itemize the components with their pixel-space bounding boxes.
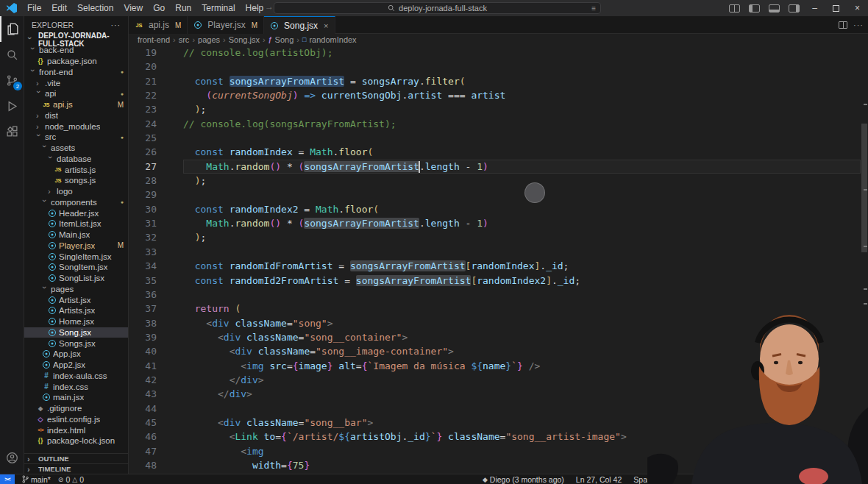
file-song-jsx[interactable]: Song.jsx [24,327,128,338]
tab-song-jsx[interactable]: Song.jsx× [264,16,335,34]
problems-item[interactable]: ⊘ 0 △ 0 [58,475,84,484]
code-line-38[interactable]: 38 <div className="song"> [129,316,861,330]
toggle-secondary-sidebar-icon[interactable] [789,4,800,13]
folder-node-modules[interactable]: ›node_modules [24,121,128,132]
folder-dist[interactable]: ›dist [24,110,128,121]
file-singleitem-jsx[interactable]: SingleItem.jsx [24,251,128,262]
folder-back-end[interactable]: ›back-end [24,45,128,56]
file-artists-js[interactable]: JSartists.js [24,164,128,175]
remote-indicator[interactable]: >< [0,474,15,484]
breadcrumb-src[interactable]: src [179,35,190,44]
file-eslint-config-js[interactable]: ◇eslint.config.js [24,414,128,425]
code-line-19[interactable]: 19// console.log(artistObj); [129,46,861,60]
code-line-33[interactable]: 33 [129,245,861,259]
folder-database[interactable]: ›database [24,154,128,165]
folder-api[interactable]: ›api● [24,88,128,99]
activitybar-account[interactable] [0,445,24,471]
split-editor-icon[interactable] [839,21,847,29]
code-line-41[interactable]: 41 <img src={image} alt={`Imagem da músi… [129,359,861,373]
back-arrow-icon[interactable]: ← [252,1,260,12]
tab-player-jsx[interactable]: Player.jsxM [188,16,264,34]
breadcrumb-song[interactable]: Song [275,35,294,44]
toggle-sidebar-icon[interactable] [749,4,760,13]
folder-pages[interactable]: ›pages [24,284,128,295]
forward-arrow-icon[interactable]: → [265,1,274,12]
code-line-44[interactable]: 44 [129,402,861,416]
menu-terminal[interactable]: Terminal [196,1,240,15]
code-line-31[interactable]: 31 Math.random() * (songsArrayFromArtist… [129,216,861,230]
file-package-json[interactable]: {}package.json [24,56,128,67]
code-line-30[interactable]: 30 const randomIndex2 = Math.floor( [129,202,861,216]
file-songs-js[interactable]: JSsongs.js [24,175,128,186]
code-line-48[interactable]: 48 width={75} [129,458,861,472]
indentation-item[interactable]: Spaces: 2 [633,475,668,484]
file-main-jsx[interactable]: Main.jsx [24,229,128,241]
folder-assets[interactable]: ›assets [24,143,128,154]
file-index-css[interactable]: #index.css [24,381,128,392]
code-line-21[interactable]: 21 const songsArrayFromArtist = songsArr… [129,74,861,88]
activitybar-extensions[interactable] [0,119,24,145]
menu-view[interactable]: View [118,1,148,15]
menu-go[interactable]: Go [148,1,170,15]
timeline-section[interactable]: ›TIMELINE [24,463,128,474]
file-songlist-jsx[interactable]: SongList.jsx [24,273,128,284]
file-songitem-jsx[interactable]: SongItem.jsx [24,262,128,273]
code-editor[interactable]: 19// console.log(artistObj);2021 const s… [129,46,861,474]
scrollbar-thumb[interactable] [861,124,867,252]
code-line-23[interactable]: 23 ); [129,102,861,116]
code-line-42[interactable]: 42 </div> [129,373,861,387]
workspace-section-header[interactable]: › DEPLOY-JORNADA-FULL-STACK [24,34,128,45]
breadcrumb-pages[interactable]: pages [198,35,220,44]
file-index-html[interactable]: <>index.html [24,424,128,435]
editor-scrollbar[interactable] [861,46,868,474]
code-line-27[interactable]: 27 Math.random() * (songsArrayFromArtist… [129,160,861,174]
folder-vite[interactable]: ›.vite [24,77,128,88]
tab-api-js[interactable]: JSapi.jsM [129,16,188,34]
maximize-button[interactable] [825,0,847,16]
code-line-22[interactable]: 22 (currentSongObj) => currentSongObj.ar… [129,88,861,102]
code-line-20[interactable]: 20 [129,60,861,74]
code-line-34[interactable]: 34 const randomIdFromArtist = songsArray… [129,259,861,273]
code-line-32[interactable]: 32 ); [129,230,861,244]
file-index-aula-css[interactable]: #index-aula.css [24,371,128,382]
code-line-39[interactable]: 39 <div className="song__container"> [129,330,861,344]
file-gitignore[interactable]: ◆.gitignore [24,403,128,414]
file-app-jsx[interactable]: App.jsx [24,349,128,360]
toggle-panel-icon[interactable] [769,4,780,13]
folder-src[interactable]: ›src● [24,132,128,143]
file-app2-jsx[interactable]: App2.jsx [24,360,128,371]
split-editor-layout-icon[interactable] [729,4,740,13]
file-player-jsx[interactable]: Player.jsxM [24,241,128,252]
menu-edit[interactable]: Edit [46,1,72,15]
close-button[interactable]: × [847,0,868,16]
folder-components[interactable]: ›components● [24,197,128,208]
more-actions-icon[interactable]: ··· [853,21,864,29]
menu-file[interactable]: File [22,1,46,15]
file-artists-jsx[interactable]: Artists.jsx [24,305,128,316]
code-line-45[interactable]: 45 <div className="song__bar"> [129,416,861,430]
file-itemlist-jsx[interactable]: ItemList.jsx [24,218,128,229]
command-center-search[interactable]: deploy-jornada-full-stack ≡ [274,2,601,14]
cursor-position-item[interactable]: Ln 27, Col 42 [576,475,622,484]
code-line-36[interactable]: 36 [129,288,861,302]
git-branch-item[interactable]: main* [22,475,51,484]
code-line-25[interactable]: 25 [129,131,861,145]
folder-logo[interactable]: ›logo [24,186,128,197]
breadcrumb-song-jsx[interactable]: Song.jsx [229,35,260,44]
menu-run[interactable]: Run [170,1,196,15]
search-options-icon[interactable]: ≡ [591,4,596,13]
menu-selection[interactable]: Selection [72,1,118,15]
breadcrumb-randomindex[interactable]: randomIndex [309,35,356,44]
code-line-43[interactable]: 43 </div> [129,387,861,401]
code-line-47[interactable]: 47 <img [129,444,861,458]
activitybar-source-control[interactable]: 2 [0,68,24,93]
code-line-40[interactable]: 40 <div className="song__image-container… [129,344,861,358]
code-line-29[interactable]: 29 [129,188,861,202]
file-songs-jsx[interactable]: Songs.jsx [24,338,128,349]
file-api-js[interactable]: JSapi.jsM [24,99,128,110]
close-icon[interactable]: × [324,21,328,30]
file-home-jsx[interactable]: Home.jsx [24,316,128,327]
code-line-46[interactable]: 46 <Link to={`/artist/${artistObj._id}`}… [129,430,861,444]
file-artist-jsx[interactable]: Artist.jsx [24,294,128,305]
outline-section[interactable]: ›OUTLINE [24,453,128,463]
